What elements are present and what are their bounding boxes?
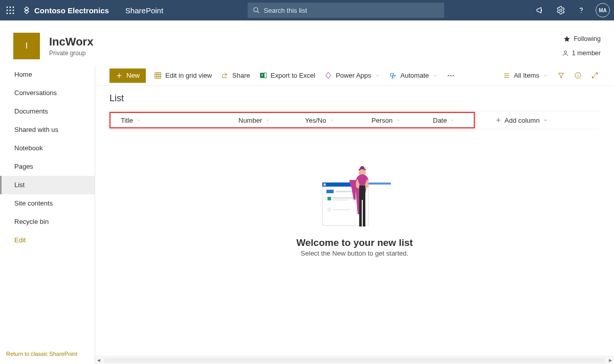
new-button-label: New (126, 72, 140, 79)
nav-documents[interactable]: Documents (0, 102, 95, 121)
help-icon[interactable] (571, 0, 591, 20)
content: New Edit in grid view Share X Export to … (95, 65, 614, 364)
more-button[interactable] (446, 69, 456, 83)
nav-notebook[interactable]: Notebook (0, 139, 95, 157)
nav-edit[interactable]: Edit (0, 231, 95, 249)
svg-point-9 (253, 8, 257, 12)
members-button[interactable]: 1 member (562, 46, 601, 60)
edit-grid-label: Edit in grid view (165, 72, 212, 79)
nav-shared-with-us[interactable]: Shared with us (0, 121, 95, 139)
star-icon (563, 35, 571, 42)
members-label: 1 member (572, 50, 601, 57)
app-name[interactable]: SharePoint (125, 6, 163, 15)
app-launcher-icon[interactable] (0, 0, 20, 20)
following-label: Following (574, 35, 601, 42)
column-date[interactable]: Date (433, 117, 474, 124)
info-button[interactable] (573, 69, 583, 83)
settings-icon[interactable] (551, 0, 571, 20)
svg-point-11 (560, 9, 562, 12)
add-column-label: Add column (505, 117, 540, 124)
export-label: Export to Excel (271, 72, 315, 79)
more-icon (447, 72, 455, 80)
plus-icon (495, 117, 501, 123)
column-header-row: Title Number Yes/No Person Date Add colu… (109, 111, 600, 129)
svg-rect-50 (359, 198, 362, 226)
info-icon (574, 72, 582, 79)
nav-list[interactable]: List (0, 176, 95, 194)
svg-point-0 (7, 7, 8, 8)
org-brand[interactable]: Contoso Electronics (23, 6, 109, 15)
svg-point-4 (10, 10, 11, 11)
svg-point-26 (450, 75, 451, 76)
svg-point-3 (7, 10, 8, 11)
svg-rect-46 (327, 208, 331, 212)
following-button[interactable]: Following (562, 32, 601, 46)
nav-home[interactable]: Home (0, 65, 95, 84)
scroll-right-icon[interactable]: ► (608, 357, 613, 363)
expand-icon (591, 72, 599, 79)
column-label: Number (238, 117, 262, 124)
avatar-initials: MA (599, 8, 607, 13)
power-apps-label: Power Apps (336, 72, 371, 79)
add-column-button[interactable]: Add column (495, 117, 548, 124)
nav-recycle-bin[interactable]: Recycle bin (0, 213, 95, 231)
return-classic-link[interactable]: Return to classic SharePoint (0, 351, 95, 364)
page-title: List (109, 93, 600, 108)
chevron-down-icon (432, 73, 437, 78)
svg-rect-49 (359, 186, 365, 200)
edit-grid-button[interactable]: Edit in grid view (153, 69, 213, 83)
chevron-down-icon (396, 118, 401, 123)
list-icon (503, 72, 510, 79)
column-label: Person (371, 117, 392, 124)
svg-text:X: X (261, 74, 263, 77)
export-excel-button[interactable]: X Export to Excel (258, 69, 316, 83)
plus-icon (116, 72, 123, 79)
scroll-left-icon[interactable]: ◄ (96, 357, 101, 363)
megaphone-icon[interactable] (530, 0, 551, 20)
filter-button[interactable] (556, 69, 566, 83)
column-label: Date (433, 117, 447, 124)
chevron-down-icon (543, 73, 548, 78)
command-bar: New Edit in grid view Share X Export to … (95, 65, 614, 86)
svg-point-2 (13, 7, 14, 8)
column-yesno[interactable]: Yes/No (305, 117, 371, 124)
svg-rect-39 (324, 184, 326, 186)
search-icon (253, 7, 260, 14)
expand-button[interactable] (590, 69, 600, 83)
nav-pages[interactable]: Pages (0, 157, 95, 176)
column-person[interactable]: Person (371, 117, 433, 124)
horizontal-scrollbar[interactable]: ◄ ► (95, 356, 614, 364)
new-button[interactable]: New (109, 69, 146, 83)
site-subtitle: Private group (49, 50, 93, 57)
search-input[interactable] (264, 7, 439, 14)
column-number[interactable]: Number (238, 117, 305, 124)
share-button[interactable]: Share (220, 69, 251, 83)
search-box[interactable] (248, 3, 444, 18)
automate-button[interactable]: Automate (388, 69, 439, 83)
view-selector[interactable]: All Items (502, 69, 549, 83)
empty-state-illustration (316, 165, 393, 229)
site-logo[interactable]: I (13, 33, 40, 59)
empty-state: Welcome to your new list Select the New … (109, 165, 600, 257)
nav-site-contents[interactable]: Site contents (0, 194, 95, 213)
user-avatar[interactable]: MA (596, 3, 610, 17)
svg-rect-45 (333, 199, 348, 200)
columns-highlight: Title Number Yes/No Person Date (109, 112, 475, 128)
svg-rect-24 (264, 73, 266, 78)
automate-label: Automate (401, 72, 429, 79)
nav-conversations[interactable]: Conversations (0, 84, 95, 102)
filter-icon (557, 72, 565, 79)
suite-bar: Contoso Electronics SharePoint MA (0, 0, 614, 20)
site-logo-text: I (26, 41, 28, 51)
empty-subtitle: Select the New button to get started. (301, 249, 408, 257)
power-apps-button[interactable]: Power Apps (323, 69, 381, 83)
chevron-down-icon (329, 118, 334, 123)
column-title[interactable]: Title (121, 117, 238, 124)
svg-point-1 (10, 7, 11, 8)
site-title[interactable]: IncWorx (49, 35, 93, 49)
person-icon (562, 50, 569, 57)
site-header: I IncWorx Private group Following 1 memb… (0, 20, 614, 65)
excel-icon: X (259, 72, 267, 79)
scroll-track[interactable] (104, 358, 605, 363)
svg-line-10 (257, 11, 259, 13)
